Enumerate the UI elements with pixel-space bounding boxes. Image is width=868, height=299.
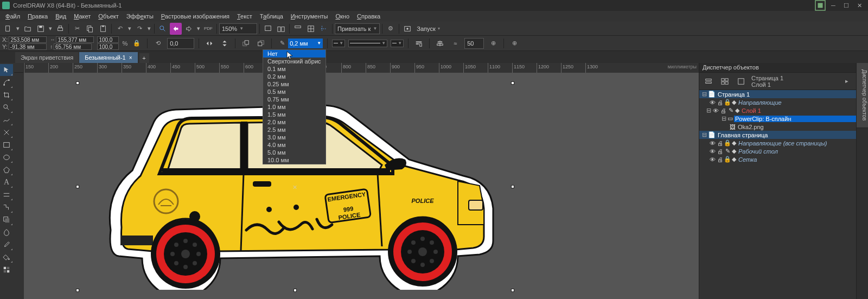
open-button[interactable] (22, 23, 34, 35)
export-button[interactable] (183, 23, 195, 35)
preview-button[interactable] (275, 23, 287, 35)
minimize-button[interactable]: ─ (827, 1, 840, 10)
menu-help[interactable]: Справка (354, 12, 384, 21)
outline-option[interactable]: 4.0 мм (263, 141, 326, 149)
ruler-horizontal[interactable]: миллиметры 15020025030035040045050055060… (24, 63, 699, 73)
snap-combo[interactable]: Привязать к▼ (335, 23, 380, 34)
canvas[interactable]: EMERGENCY 999 POLICE POLICE ✕ (24, 73, 699, 299)
freehand-tool[interactable] (0, 114, 13, 126)
print-button[interactable] (54, 23, 66, 35)
tree-desktop[interactable]: 👁🖨✎◆Рабочий стол (699, 147, 856, 155)
rectangle-tool[interactable] (0, 139, 13, 151)
menu-bitmaps[interactable]: Растровые изображения (158, 12, 233, 21)
outline-width-dropdown[interactable]: НетСверхтонкий абрис0.1 мм0.2 мм0.25 мм0… (263, 49, 326, 164)
outline-option[interactable]: 1.5 мм (263, 111, 326, 118)
help-icon[interactable] (814, 1, 827, 10)
line-style-combo[interactable]: ▼ (348, 40, 387, 47)
outline-option[interactable]: 1.0 мм (263, 103, 326, 111)
import-button[interactable] (170, 23, 182, 35)
add-button[interactable]: ⊕ (508, 37, 520, 49)
spin-toggle[interactable]: ⊕ (487, 37, 499, 49)
tab-document[interactable]: Безымянный-1× (79, 52, 137, 63)
parallel-tool[interactable] (0, 189, 13, 201)
artistic-tool[interactable] (0, 126, 13, 138)
object-tree[interactable]: ⊟📄Страница 1 👁🖨🔒◆Направляющие ⊟👁🖨✎◆Слой … (699, 90, 856, 299)
save-button[interactable] (35, 23, 47, 35)
y-input[interactable] (9, 43, 47, 50)
menu-object[interactable]: Объект (95, 12, 122, 21)
menu-view[interactable]: Вид (52, 12, 69, 21)
maximize-button[interactable]: ☐ (840, 1, 853, 10)
layer-view-button[interactable] (719, 75, 731, 87)
save-arrow[interactable]: ▾ (48, 23, 53, 35)
end-arrow-combo[interactable]: ▼ (391, 40, 404, 47)
outline-option[interactable]: 10.0 мм (263, 156, 326, 164)
eyedropper-tool[interactable] (0, 239, 13, 251)
search-button[interactable] (157, 23, 169, 35)
shadow-tool[interactable] (0, 214, 13, 226)
fill-tool[interactable] (0, 251, 13, 263)
layer-opts-button[interactable] (703, 75, 714, 87)
paste-button[interactable] (97, 23, 109, 35)
outline-option[interactable]: 0.1 мм (263, 65, 326, 73)
crop-tool[interactable] (0, 89, 13, 101)
outline-option[interactable]: 0.25 мм (263, 80, 326, 88)
outline-option[interactable]: 2.0 мм (263, 118, 326, 126)
menu-file[interactable]: Файл (2, 12, 23, 21)
menu-tools[interactable]: Инструменты (288, 12, 331, 21)
tree-page1[interactable]: ⊟📄Страница 1 (699, 90, 856, 98)
sy-input[interactable] (97, 43, 119, 50)
zoom-combo[interactable]: 150%▼ (219, 23, 257, 34)
tab-add-button[interactable]: + (139, 53, 149, 63)
new-button[interactable] (2, 23, 14, 35)
outline-option[interactable]: Сверхтонкий абрис (263, 58, 326, 65)
pick-tool[interactable] (0, 64, 13, 76)
tab-welcome[interactable]: Экран приветствия (15, 52, 79, 63)
outline-option[interactable]: 5.0 мм (263, 149, 326, 156)
outline-option[interactable]: 0.75 мм (263, 96, 326, 103)
outline-width-dropdown-button[interactable]: ▼ (315, 39, 323, 48)
x-input[interactable] (9, 36, 47, 43)
spin-input[interactable] (464, 38, 484, 49)
outline-option[interactable]: 2.5 мм (263, 126, 326, 133)
fullscreen-button[interactable] (262, 23, 274, 35)
start-arrow-combo[interactable]: ▼ (332, 40, 345, 47)
guides-button[interactable] (318, 23, 330, 35)
tree-master[interactable]: ⊟📄Главная страница (699, 131, 856, 139)
polygon-tool[interactable] (0, 164, 13, 176)
close-button[interactable]: ✕ (853, 1, 866, 10)
cut-button[interactable]: ✂ (71, 23, 83, 35)
redo-button[interactable]: ↷ (133, 23, 145, 35)
docker-tab-objmgr[interactable]: Диспетчер объектов (857, 63, 868, 128)
grid-button[interactable] (305, 23, 317, 35)
transparency-tool[interactable] (0, 226, 13, 238)
text-tool[interactable]: A (0, 176, 13, 188)
smart-fill-tool[interactable] (0, 264, 13, 276)
tree-guides[interactable]: 👁🖨🔒◆Направляющие (699, 98, 856, 106)
rulers-button[interactable] (292, 23, 304, 35)
new-arrow[interactable]: ▾ (15, 23, 21, 35)
zoom-tool[interactable] (0, 101, 13, 113)
outline-option[interactable]: 3.0 мм (263, 133, 326, 141)
shape-tool[interactable] (0, 77, 13, 88)
align-button[interactable] (434, 37, 446, 49)
mirror-h-button[interactable] (203, 37, 215, 49)
menu-edit[interactable]: Правка (24, 12, 51, 21)
launch-combo[interactable]: Запуск▾ (414, 23, 442, 34)
menu-text[interactable]: Текст (234, 12, 256, 21)
outline-width-input[interactable] (288, 39, 315, 48)
back-button[interactable] (255, 37, 267, 49)
connector-tool[interactable] (0, 201, 13, 213)
outline-option[interactable]: 0.5 мм (263, 88, 326, 96)
sx-input[interactable] (97, 36, 119, 43)
rotation-input[interactable] (167, 38, 194, 49)
front-button[interactable] (240, 37, 252, 49)
ruler-corner[interactable] (14, 63, 24, 73)
launch-icon[interactable] (401, 23, 413, 35)
ellipse-tool[interactable] (0, 151, 13, 163)
layer-edit-button[interactable] (735, 75, 747, 87)
h-input[interactable] (54, 43, 92, 50)
menu-window[interactable]: Окно (332, 12, 353, 21)
undo-arrow[interactable]: ▾ (127, 23, 132, 35)
options-button[interactable]: ⚙ (385, 23, 397, 35)
